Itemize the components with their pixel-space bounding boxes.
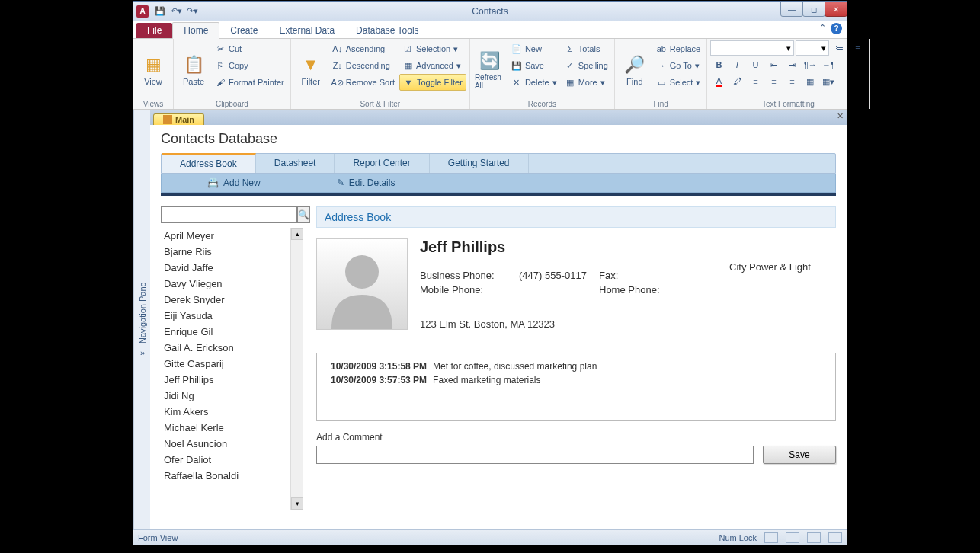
list-item[interactable]: Jidi Ng bbox=[161, 388, 303, 404]
list-item[interactable]: Gitte Casparij bbox=[161, 356, 303, 372]
tab-getting-started[interactable]: Getting Started bbox=[430, 154, 529, 173]
list-item[interactable]: April Meyer bbox=[161, 228, 303, 244]
new-record-button[interactable]: 📄New bbox=[508, 40, 560, 57]
toggle-filter-button[interactable]: ▼Toggle Filter bbox=[399, 74, 466, 91]
rtl-icon[interactable]: ←¶ bbox=[820, 57, 837, 72]
scroll-down-button[interactable]: ▾ bbox=[291, 497, 303, 510]
ltr-icon[interactable]: ¶→ bbox=[802, 57, 818, 72]
list-item[interactable]: Derek Snyder bbox=[161, 292, 303, 308]
list-item[interactable]: Eiji Yasuda bbox=[161, 308, 303, 324]
indent-decrease-icon[interactable]: ⇤ bbox=[765, 57, 782, 72]
comment-input[interactable] bbox=[316, 446, 754, 464]
home-tab[interactable]: Home bbox=[172, 22, 219, 39]
help-icon[interactable]: ? bbox=[831, 23, 842, 34]
minimize-button[interactable]: — bbox=[780, 2, 803, 17]
select-button[interactable]: ▭Select ▾ bbox=[653, 74, 704, 91]
list-item[interactable]: David Jaffe bbox=[161, 260, 303, 276]
goto-button[interactable]: →Go To ▾ bbox=[653, 57, 704, 74]
font-selector[interactable]: ▾ bbox=[710, 40, 794, 56]
view-datasheet-icon[interactable] bbox=[786, 532, 799, 543]
save-record-button[interactable]: 💾Save bbox=[508, 57, 560, 74]
navigation-pane-collapsed[interactable]: » Navigation Pane bbox=[133, 110, 150, 529]
copy-button[interactable]: ⎘Copy bbox=[212, 57, 287, 74]
scroll-up-button[interactable]: ▴ bbox=[291, 228, 303, 240]
replace-icon: ab bbox=[656, 43, 667, 54]
filter-button[interactable]: ▼ Filter bbox=[294, 40, 328, 99]
list-item[interactable]: Raffaella Bonaldi bbox=[161, 468, 303, 484]
save-icon[interactable]: 💾 bbox=[153, 5, 167, 18]
file-tab[interactable]: File bbox=[136, 23, 172, 38]
num-lock-indicator: Num Lock bbox=[719, 533, 757, 542]
search-button[interactable]: 🔍 bbox=[297, 206, 310, 223]
tab-address-book[interactable]: Address Book bbox=[162, 153, 256, 173]
undo-icon[interactable]: ↶▾ bbox=[169, 5, 183, 18]
list-item[interactable]: Noel Asuncion bbox=[161, 436, 303, 452]
advanced-button[interactable]: ▦Advanced ▾ bbox=[399, 57, 466, 74]
align-right-icon[interactable]: ≡ bbox=[783, 74, 800, 89]
tab-report-center[interactable]: Report Center bbox=[335, 154, 429, 173]
format-painter-button[interactable]: 🖌Format Painter bbox=[212, 74, 287, 91]
view-design-icon[interactable] bbox=[828, 532, 842, 543]
save-button[interactable]: Save bbox=[763, 446, 836, 464]
list-item[interactable]: Davy Vliegen bbox=[161, 276, 303, 292]
font-size-selector[interactable]: ▾ bbox=[796, 40, 829, 56]
gridlines-icon[interactable]: ▦ bbox=[802, 74, 818, 89]
underline-button[interactable]: U bbox=[747, 57, 764, 72]
close-document-icon[interactable]: ✕ bbox=[837, 111, 844, 121]
add-new-button[interactable]: 📇Add New bbox=[207, 177, 261, 188]
delete-button[interactable]: ✕Delete ▾ bbox=[508, 74, 560, 91]
align-center-icon[interactable]: ≡ bbox=[765, 74, 782, 89]
advanced-icon: ▦ bbox=[402, 60, 413, 71]
descending-button[interactable]: Z↓Descending bbox=[329, 57, 398, 74]
scrollbar[interactable]: ▴ ▾ bbox=[290, 228, 303, 510]
external-data-tab[interactable]: External Data bbox=[268, 23, 345, 38]
fill-color-icon[interactable]: ▦▾ bbox=[820, 74, 837, 89]
minimize-ribbon-icon[interactable]: ⌃ bbox=[819, 23, 826, 34]
contact-avatar bbox=[316, 238, 408, 330]
paste-button[interactable]: 📋 Paste bbox=[177, 40, 210, 99]
view-form-icon[interactable] bbox=[764, 532, 778, 543]
main-document-tab[interactable]: Main bbox=[153, 113, 204, 125]
italic-button[interactable]: I bbox=[729, 57, 745, 72]
list-item[interactable]: Kim Akers bbox=[161, 404, 303, 420]
list-item[interactable]: Bjarne Riis bbox=[161, 244, 303, 260]
left-column: 🔍 April MeyerBjarne RiisDavid JaffeDavy … bbox=[161, 206, 303, 510]
indent-increase-icon[interactable]: ⇥ bbox=[783, 57, 800, 72]
redo-icon[interactable]: ↷▾ bbox=[185, 5, 199, 18]
search-input[interactable] bbox=[161, 206, 297, 223]
more-button[interactable]: ▦More ▾ bbox=[562, 74, 611, 91]
contact-list: April MeyerBjarne RiisDavid JaffeDavy Vl… bbox=[161, 228, 303, 484]
tab-datasheet[interactable]: Datasheet bbox=[256, 154, 335, 173]
bullets-icon[interactable]: ≔ bbox=[831, 40, 847, 56]
selection-button[interactable]: ☑Selection ▾ bbox=[399, 40, 466, 57]
business-phone-value: (447) 555-0117 bbox=[519, 270, 599, 281]
totals-button[interactable]: ΣTotals bbox=[562, 40, 611, 57]
align-left-icon[interactable]: ≡ bbox=[747, 74, 764, 89]
pencil-icon: ✎ bbox=[337, 177, 344, 188]
mobile-phone-value bbox=[519, 284, 599, 296]
numbering-icon[interactable]: ≡ bbox=[849, 40, 866, 56]
find-button[interactable]: 🔎 Find bbox=[618, 40, 652, 99]
ascending-button[interactable]: A↓Ascending bbox=[329, 40, 398, 57]
edit-details-button[interactable]: ✎Edit Details bbox=[337, 177, 396, 188]
database-tools-tab[interactable]: Database Tools bbox=[345, 23, 430, 38]
spelling-button[interactable]: ✓Spelling bbox=[562, 57, 611, 74]
brush-icon: 🖌 bbox=[215, 77, 226, 88]
create-tab[interactable]: Create bbox=[219, 23, 268, 38]
list-item[interactable]: Jeff Phillips bbox=[161, 372, 303, 388]
bold-button[interactable]: B bbox=[710, 57, 727, 72]
view-button[interactable]: ▦ View bbox=[136, 40, 170, 99]
font-color-icon[interactable]: A bbox=[710, 74, 727, 89]
list-item[interactable]: Gail A. Erickson bbox=[161, 340, 303, 356]
list-item[interactable]: Ofer Daliot bbox=[161, 452, 303, 468]
list-item[interactable]: Michael Kerle bbox=[161, 420, 303, 436]
refresh-all-button[interactable]: 🔄 Refresh All bbox=[473, 40, 507, 99]
maximize-button[interactable]: ◻ bbox=[802, 2, 825, 17]
cut-button[interactable]: ✂Cut bbox=[212, 40, 287, 57]
close-button[interactable]: ✕ bbox=[825, 2, 847, 17]
view-layout-icon[interactable] bbox=[807, 532, 821, 543]
replace-button[interactable]: abReplace bbox=[653, 40, 704, 57]
list-item[interactable]: Enrique Gil bbox=[161, 324, 303, 340]
remove-sort-button[interactable]: A⊘Remove Sort bbox=[329, 74, 398, 91]
highlight-icon[interactable]: 🖍 bbox=[729, 74, 745, 89]
